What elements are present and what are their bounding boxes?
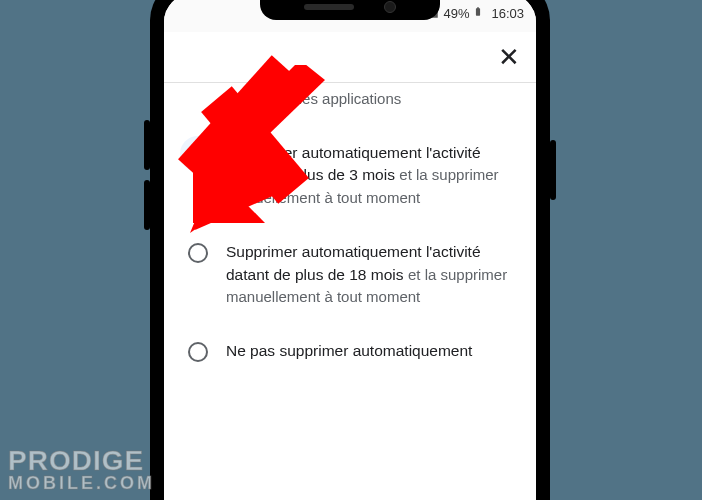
volume-down-button[interactable] (144, 180, 150, 230)
watermark-line2: MOBILE.COM (8, 475, 155, 492)
battery-icon (473, 4, 483, 22)
option-text: Ne pas supprimer automatiquement (226, 340, 512, 362)
radio-3-months[interactable] (188, 144, 208, 164)
watermark-line1: PRODIGE (8, 448, 155, 475)
volume-up-button[interactable] (144, 120, 150, 170)
option-text: Supprimer automatiquement l'activité dat… (226, 142, 512, 209)
option-never[interactable]: Ne pas supprimer automatiquement (184, 324, 516, 378)
option-18-months[interactable]: Supprimer automatiquement l'activité dat… (184, 225, 516, 324)
radio-never[interactable] (188, 342, 208, 362)
phone-screen: 49% 16:03 ✕ les applications Supprimer a… (164, 0, 536, 500)
watermark: PRODIGE MOBILE.COM (8, 448, 155, 492)
dialog-content: les applications Supprimer automatiqueme… (164, 82, 536, 500)
option-text: Supprimer automatiquement l'activité dat… (226, 241, 512, 308)
option-title: Ne pas supprimer automatiquement (226, 342, 472, 359)
close-icon[interactable]: ✕ (498, 44, 520, 70)
dialog-header: ✕ (164, 32, 536, 83)
front-camera (384, 1, 396, 13)
status-time: 16:03 (491, 6, 524, 21)
phone-frame: 49% 16:03 ✕ les applications Supprimer a… (150, 0, 550, 500)
battery-percent: 49% (443, 6, 469, 21)
power-button[interactable] (550, 140, 556, 200)
dialog-subtitle: les applications (184, 82, 516, 126)
phone-notch (260, 0, 440, 20)
radio-18-months[interactable] (188, 243, 208, 263)
option-3-months[interactable]: Supprimer automatiquement l'activité dat… (184, 126, 516, 225)
speaker (304, 4, 354, 10)
